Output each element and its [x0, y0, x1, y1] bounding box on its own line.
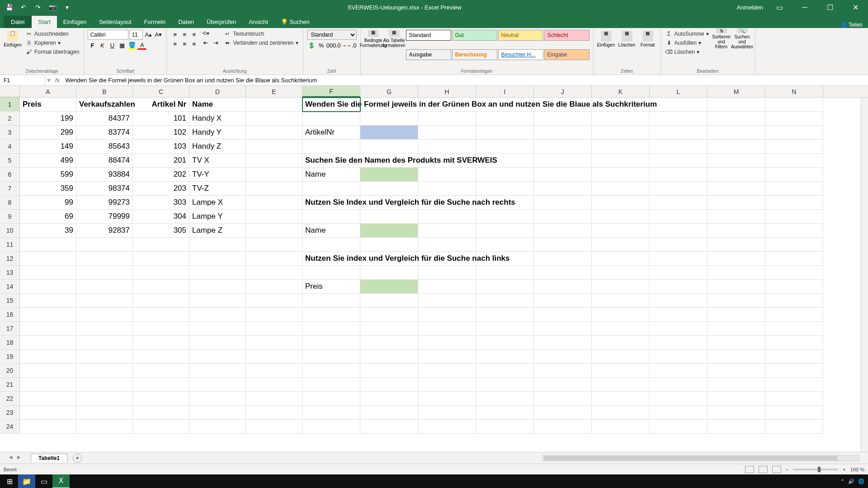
cell-E18[interactable] — [246, 336, 302, 350]
cell-D22[interactable] — [189, 392, 246, 406]
row-header[interactable]: 12 — [0, 252, 20, 266]
cell-M15[interactable] — [708, 294, 765, 308]
cell-K12[interactable] — [592, 252, 650, 266]
cell-C21[interactable] — [133, 378, 189, 392]
cell-C4[interactable]: 103 — [133, 140, 189, 154]
cell-F18[interactable] — [302, 336, 360, 350]
cell-J4[interactable] — [534, 140, 592, 154]
format-cells-button[interactable]: ▦Format — [639, 30, 657, 48]
cell-G23[interactable] — [360, 406, 418, 420]
cell-K20[interactable] — [592, 364, 650, 378]
cell-L8[interactable] — [650, 196, 708, 210]
cell-H21[interactable] — [418, 378, 476, 392]
cell-J8[interactable] — [534, 196, 592, 210]
border-button[interactable]: ▦ — [118, 41, 127, 50]
cell-N17[interactable] — [765, 322, 823, 336]
file-explorer-icon[interactable]: 📁 — [18, 474, 35, 488]
cell-M10[interactable] — [708, 224, 765, 238]
cell-K6[interactable] — [592, 168, 650, 182]
underline-button[interactable]: U — [108, 41, 117, 50]
cell-D16[interactable] — [189, 308, 246, 322]
cell-F4[interactable] — [302, 140, 360, 154]
cell-F16[interactable] — [302, 308, 360, 322]
align-top-icon[interactable]: ≡ — [170, 30, 179, 39]
cell-J15[interactable] — [534, 294, 592, 308]
tab-formeln[interactable]: Formeln — [138, 16, 172, 28]
tray-network-icon[interactable]: 🌐 — [858, 479, 864, 484]
cell-H23[interactable] — [418, 406, 476, 420]
cell-C14[interactable] — [133, 280, 189, 294]
align-center-icon[interactable]: ≡ — [180, 39, 189, 48]
cell-B20[interactable] — [76, 364, 133, 378]
cell-D11[interactable] — [189, 238, 246, 252]
cell-N24[interactable] — [765, 420, 823, 434]
cell-B22[interactable] — [76, 392, 133, 406]
cell-I19[interactable] — [476, 350, 534, 364]
cell-C18[interactable] — [133, 336, 189, 350]
cell-N8[interactable] — [765, 196, 823, 210]
cell-I9[interactable] — [476, 210, 534, 224]
page-layout-view-icon[interactable] — [759, 466, 768, 473]
cell-F21[interactable] — [302, 378, 360, 392]
tab-einfuegen[interactable]: Einfügen — [57, 16, 93, 28]
format-as-table-button[interactable]: ▦Als Tabelle formatieren — [385, 30, 403, 48]
cell-E19[interactable] — [246, 350, 302, 364]
orientation-button[interactable]: ⟲▾ — [201, 30, 220, 37]
cell-A11[interactable] — [20, 238, 76, 252]
col-header-H[interactable]: H — [418, 86, 476, 97]
cell-J23[interactable] — [534, 406, 592, 420]
cell-L20[interactable] — [650, 364, 708, 378]
style-schlecht[interactable]: Schlecht — [544, 30, 590, 41]
name-box-dropdown-icon[interactable]: ▾ — [45, 76, 52, 84]
row-header[interactable]: 9 — [0, 210, 20, 224]
cell-J12[interactable] — [534, 252, 592, 266]
cell-G19[interactable] — [360, 350, 418, 364]
cell-B13[interactable] — [76, 266, 133, 280]
cell-M2[interactable] — [708, 112, 765, 126]
cell-G14[interactable] — [360, 280, 418, 294]
cell-C15[interactable] — [133, 294, 189, 308]
cell-D5[interactable]: TV X — [189, 154, 246, 168]
cell-A14[interactable] — [20, 280, 76, 294]
tab-datei[interactable]: Datei — [4, 16, 32, 28]
cell-D8[interactable]: Lampe X — [189, 196, 246, 210]
cell-B6[interactable]: 93884 — [76, 168, 133, 182]
cell-N23[interactable] — [765, 406, 823, 420]
cell-C23[interactable] — [133, 406, 189, 420]
cell-G11[interactable] — [360, 238, 418, 252]
cell-A16[interactable] — [20, 308, 76, 322]
share-button[interactable]: 👤 Teilen — [840, 22, 863, 28]
cell-N19[interactable] — [765, 350, 823, 364]
cell-J19[interactable] — [534, 350, 592, 364]
cell-C16[interactable] — [133, 308, 189, 322]
fx-icon[interactable]: fx — [52, 77, 62, 84]
cell-D18[interactable] — [189, 336, 246, 350]
row-header[interactable]: 7 — [0, 182, 20, 196]
cell-L23[interactable] — [650, 406, 708, 420]
cell-G18[interactable] — [360, 336, 418, 350]
cell-B9[interactable]: 79999 — [76, 210, 133, 224]
cell-N3[interactable] — [765, 126, 823, 140]
cell-N9[interactable] — [765, 210, 823, 224]
cell-N5[interactable] — [765, 154, 823, 168]
cell-A21[interactable] — [20, 378, 76, 392]
cell-D7[interactable]: TV-Z — [189, 182, 246, 196]
cell-C9[interactable]: 304 — [133, 210, 189, 224]
cell-I22[interactable] — [476, 392, 534, 406]
cell-N2[interactable] — [765, 112, 823, 126]
style-berechnung[interactable]: Berechnung — [452, 49, 497, 60]
cell-G15[interactable] — [360, 294, 418, 308]
cell-H22[interactable] — [418, 392, 476, 406]
cell-E24[interactable] — [246, 420, 302, 434]
undo-icon[interactable]: ↶ — [18, 2, 29, 13]
cell-M5[interactable] — [708, 154, 765, 168]
cell-N6[interactable] — [765, 168, 823, 182]
font-size-select[interactable] — [129, 30, 143, 40]
cell-C1[interactable]: Artikel Nr — [133, 98, 189, 112]
autosum-button[interactable]: ΣAutoSumme ▾ — [665, 30, 710, 38]
cell-G20[interactable] — [360, 364, 418, 378]
col-header-D[interactable]: D — [189, 86, 246, 97]
cell-G3[interactable] — [360, 126, 418, 140]
cell-G21[interactable] — [360, 378, 418, 392]
col-header-I[interactable]: I — [476, 86, 534, 97]
